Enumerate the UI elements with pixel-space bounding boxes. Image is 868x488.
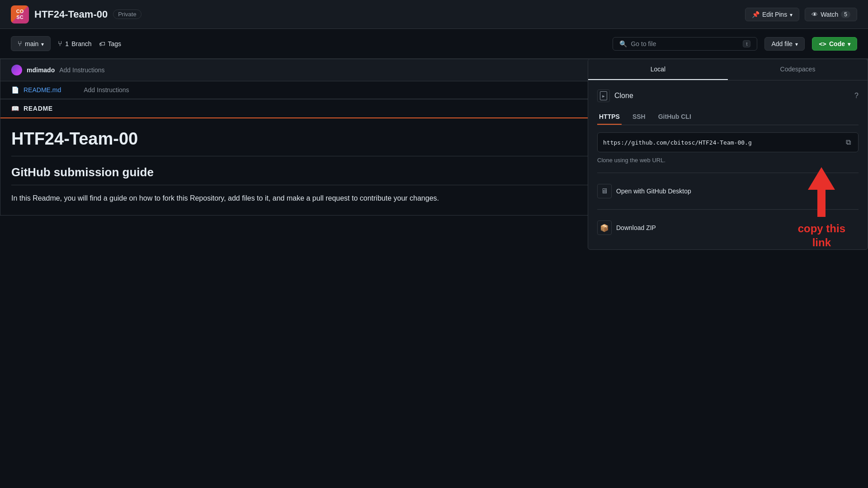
eye-icon [811, 11, 818, 18]
tab-local[interactable]: Local [588, 59, 728, 80]
clone-section-header: ▸ Clone ? [597, 89, 859, 102]
chevron-down-icon [795, 40, 798, 47]
pin-icon [752, 11, 760, 18]
search-box[interactable]: 🔍 Go to file t [613, 37, 757, 51]
watch-button[interactable]: Watch 5 [805, 8, 857, 21]
toolbar: ⑂ main ⑂ 1 Branch 🏷 Tags 🔍 Go to file t … [0, 29, 868, 59]
repo-name: HTF24-Team-00 [34, 9, 108, 20]
file-icon [11, 86, 19, 94]
commit-author: mdimado [27, 66, 55, 74]
chevron-down-icon [790, 11, 793, 18]
file-name[interactable]: README.md [24, 86, 61, 94]
main-content: mdimado Add Instructions README.md Add I… [0, 59, 868, 488]
zip-icon: 📦 [597, 221, 612, 235]
desktop-icon: 🖥 [597, 184, 612, 198]
branch-selector[interactable]: ⑂ main [11, 36, 51, 51]
tab-codespaces[interactable]: Codespaces [728, 59, 868, 80]
header-right: Edit Pins Watch 5 [745, 8, 857, 21]
url-box: https://github.com/cbitosc/HTF24-Team-00… [597, 132, 859, 152]
copy-url-button[interactable]: ⧉ [844, 136, 853, 148]
chevron-down-icon [848, 40, 850, 47]
clone-body: ▸ Clone ? HTTPS SSH GitHub CLI https://g… [588, 80, 868, 249]
tag-icon: 🏷 [99, 40, 105, 47]
watch-count: 5 [841, 11, 850, 18]
branch-count-icon: ⑂ [58, 39, 62, 48]
private-badge: Private [113, 9, 141, 19]
download-zip-action[interactable]: 📦 Download ZIP [597, 215, 859, 240]
protocol-cli[interactable]: GitHub CLI [656, 109, 693, 125]
help-icon[interactable]: ? [854, 92, 859, 100]
header-left: COSC HTF24-Team-00 Private [11, 5, 142, 23]
tags-link[interactable]: 🏷 Tags [99, 40, 122, 47]
branch-icon: ⑂ [18, 39, 22, 48]
search-icon: 🔍 [619, 40, 627, 47]
code-icon: <> [819, 40, 826, 47]
edit-pins-button[interactable]: Edit Pins [745, 8, 799, 21]
clone-tabs: Local Codespaces [588, 59, 868, 80]
book-icon: 📖 [11, 105, 19, 112]
divider [597, 209, 859, 210]
protocol-tabs: HTTPS SSH GitHub CLI [597, 109, 859, 125]
readme-title: README [24, 105, 53, 112]
branch-count-link[interactable]: ⑂ 1 Branch [58, 39, 91, 48]
search-key: t [743, 40, 750, 47]
clone-hint: Clone using the web URL. [597, 157, 859, 164]
divider [597, 173, 859, 173]
clone-url: https://github.com/cbitosc/HTF24-Team-00… [603, 139, 840, 146]
avatar [11, 65, 22, 75]
open-desktop-action[interactable]: 🖥 Open with GitHub Desktop [597, 178, 859, 204]
chevron-down-icon [41, 40, 44, 47]
protocol-ssh[interactable]: SSH [631, 109, 647, 125]
repo-logo: COSC [11, 5, 29, 23]
terminal-icon: ▸ [597, 89, 610, 102]
protocol-https[interactable]: HTTPS [597, 109, 622, 125]
add-file-button[interactable]: Add file [764, 37, 805, 51]
commit-message: Add Instructions [59, 66, 104, 74]
clone-panel: Local Codespaces ▸ Clone ? HTTPS SSH Git… [588, 59, 868, 250]
header: COSC HTF24-Team-00 Private Edit Pins Wat… [0, 0, 868, 29]
clone-title: Clone [614, 92, 633, 100]
code-button[interactable]: <> Code [812, 37, 857, 51]
